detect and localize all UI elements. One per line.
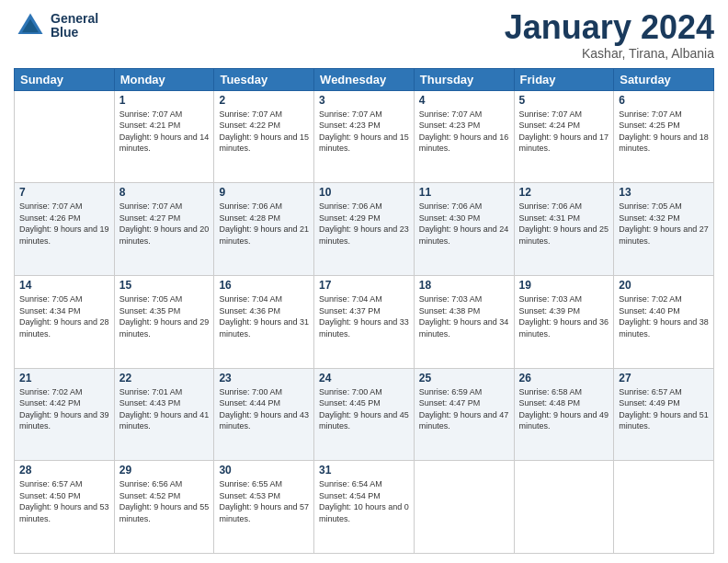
month-title: January 2024 bbox=[505, 9, 714, 46]
header: General Blue January 2024 Kashar, Tirana… bbox=[14, 9, 714, 61]
calendar-cell: 25Sunrise: 6:59 AMSunset: 4:47 PMDayligh… bbox=[414, 368, 514, 461]
calendar-cell: 13Sunrise: 7:05 AMSunset: 4:32 PMDayligh… bbox=[614, 183, 714, 276]
logo-line2: Blue bbox=[51, 26, 98, 40]
title-block: January 2024 Kashar, Tirana, Albania bbox=[505, 9, 714, 61]
calendar-cell: 11Sunrise: 7:06 AMSunset: 4:30 PMDayligh… bbox=[414, 183, 514, 276]
day-number: 7 bbox=[19, 186, 109, 199]
day-number: 10 bbox=[319, 186, 409, 199]
calendar-week-row: 21Sunrise: 7:02 AMSunset: 4:42 PMDayligh… bbox=[15, 368, 714, 461]
weekday-header-wednesday: Wednesday bbox=[314, 68, 415, 90]
calendar-cell: 22Sunrise: 7:01 AMSunset: 4:43 PMDayligh… bbox=[114, 368, 214, 461]
calendar-cell: 17Sunrise: 7:04 AMSunset: 4:37 PMDayligh… bbox=[314, 275, 415, 368]
day-number: 1 bbox=[119, 94, 210, 107]
day-info: Sunrise: 7:07 AMSunset: 4:22 PMDaylight:… bbox=[219, 109, 309, 155]
calendar-cell: 16Sunrise: 7:04 AMSunset: 4:36 PMDayligh… bbox=[214, 275, 314, 368]
day-info: Sunrise: 6:55 AMSunset: 4:53 PMDaylight:… bbox=[219, 478, 309, 524]
calendar-cell: 27Sunrise: 6:57 AMSunset: 4:49 PMDayligh… bbox=[614, 368, 714, 461]
calendar-cell: 28Sunrise: 6:57 AMSunset: 4:50 PMDayligh… bbox=[15, 461, 115, 554]
calendar-cell: 10Sunrise: 7:06 AMSunset: 4:29 PMDayligh… bbox=[314, 183, 415, 276]
day-info: Sunrise: 7:03 AMSunset: 4:39 PMDaylight:… bbox=[519, 293, 609, 339]
day-number: 27 bbox=[619, 372, 709, 385]
weekday-header-saturday: Saturday bbox=[614, 68, 714, 90]
day-number: 26 bbox=[519, 372, 609, 385]
logo-icon bbox=[14, 9, 47, 42]
day-info: Sunrise: 7:05 AMSunset: 4:34 PMDaylight:… bbox=[19, 293, 109, 339]
day-info: Sunrise: 7:03 AMSunset: 4:38 PMDaylight:… bbox=[419, 293, 509, 339]
day-number: 31 bbox=[319, 464, 409, 477]
calendar-cell: 29Sunrise: 6:56 AMSunset: 4:52 PMDayligh… bbox=[114, 461, 214, 554]
day-number: 2 bbox=[219, 94, 309, 107]
day-info: Sunrise: 7:01 AMSunset: 4:43 PMDaylight:… bbox=[119, 386, 210, 432]
day-info: Sunrise: 7:07 AMSunset: 4:23 PMDaylight:… bbox=[319, 109, 409, 155]
day-number: 14 bbox=[19, 279, 109, 292]
weekday-header-sunday: Sunday bbox=[15, 68, 115, 90]
day-info: Sunrise: 7:07 AMSunset: 4:26 PMDaylight:… bbox=[19, 201, 109, 247]
day-number: 3 bbox=[319, 94, 409, 107]
day-info: Sunrise: 7:04 AMSunset: 4:36 PMDaylight:… bbox=[219, 293, 309, 339]
calendar-cell: 8Sunrise: 7:07 AMSunset: 4:27 PMDaylight… bbox=[114, 183, 214, 276]
calendar-cell: 2Sunrise: 7:07 AMSunset: 4:22 PMDaylight… bbox=[214, 90, 314, 183]
day-info: Sunrise: 7:07 AMSunset: 4:24 PMDaylight:… bbox=[519, 109, 609, 155]
day-number: 28 bbox=[19, 464, 109, 477]
calendar-week-row: 14Sunrise: 7:05 AMSunset: 4:34 PMDayligh… bbox=[15, 275, 714, 368]
day-info: Sunrise: 7:05 AMSunset: 4:35 PMDaylight:… bbox=[119, 293, 210, 339]
page: General Blue January 2024 Kashar, Tirana… bbox=[0, 0, 728, 563]
calendar-cell: 12Sunrise: 7:06 AMSunset: 4:31 PMDayligh… bbox=[514, 183, 614, 276]
day-info: Sunrise: 6:54 AMSunset: 4:54 PMDaylight:… bbox=[319, 478, 409, 524]
day-number: 30 bbox=[219, 464, 309, 477]
logo-line1: General bbox=[51, 12, 98, 26]
calendar-table: SundayMondayTuesdayWednesdayThursdayFrid… bbox=[14, 68, 714, 554]
day-info: Sunrise: 7:07 AMSunset: 4:23 PMDaylight:… bbox=[419, 109, 509, 155]
day-number: 23 bbox=[219, 372, 309, 385]
day-info: Sunrise: 7:06 AMSunset: 4:31 PMDaylight:… bbox=[519, 201, 609, 247]
calendar-cell bbox=[15, 90, 115, 183]
day-number: 4 bbox=[419, 94, 509, 107]
day-info: Sunrise: 7:07 AMSunset: 4:25 PMDaylight:… bbox=[619, 109, 709, 155]
day-info: Sunrise: 7:07 AMSunset: 4:27 PMDaylight:… bbox=[119, 201, 210, 247]
calendar-cell: 21Sunrise: 7:02 AMSunset: 4:42 PMDayligh… bbox=[15, 368, 115, 461]
day-number: 16 bbox=[219, 279, 309, 292]
calendar-cell: 9Sunrise: 7:06 AMSunset: 4:28 PMDaylight… bbox=[214, 183, 314, 276]
weekday-header-monday: Monday bbox=[114, 68, 214, 90]
calendar-cell: 18Sunrise: 7:03 AMSunset: 4:38 PMDayligh… bbox=[414, 275, 514, 368]
day-number: 25 bbox=[419, 372, 509, 385]
calendar-cell: 26Sunrise: 6:58 AMSunset: 4:48 PMDayligh… bbox=[514, 368, 614, 461]
calendar-cell: 24Sunrise: 7:00 AMSunset: 4:45 PMDayligh… bbox=[314, 368, 415, 461]
day-info: Sunrise: 7:07 AMSunset: 4:21 PMDaylight:… bbox=[119, 109, 210, 155]
calendar-cell: 19Sunrise: 7:03 AMSunset: 4:39 PMDayligh… bbox=[514, 275, 614, 368]
day-info: Sunrise: 7:04 AMSunset: 4:37 PMDaylight:… bbox=[319, 293, 409, 339]
day-info: Sunrise: 7:00 AMSunset: 4:44 PMDaylight:… bbox=[219, 386, 309, 432]
calendar-cell: 23Sunrise: 7:00 AMSunset: 4:44 PMDayligh… bbox=[214, 368, 314, 461]
calendar-cell: 15Sunrise: 7:05 AMSunset: 4:35 PMDayligh… bbox=[114, 275, 214, 368]
day-number: 13 bbox=[619, 186, 709, 199]
day-number: 19 bbox=[519, 279, 609, 292]
day-number: 17 bbox=[319, 279, 409, 292]
day-number: 24 bbox=[319, 372, 409, 385]
calendar-cell bbox=[514, 461, 614, 554]
calendar-cell: 3Sunrise: 7:07 AMSunset: 4:23 PMDaylight… bbox=[314, 90, 415, 183]
day-number: 18 bbox=[419, 279, 509, 292]
day-info: Sunrise: 7:06 AMSunset: 4:30 PMDaylight:… bbox=[419, 201, 509, 247]
day-info: Sunrise: 7:05 AMSunset: 4:32 PMDaylight:… bbox=[619, 201, 709, 247]
weekday-header-tuesday: Tuesday bbox=[214, 68, 314, 90]
weekday-header-row: SundayMondayTuesdayWednesdayThursdayFrid… bbox=[15, 68, 714, 90]
day-number: 11 bbox=[419, 186, 509, 199]
day-info: Sunrise: 7:02 AMSunset: 4:40 PMDaylight:… bbox=[619, 293, 709, 339]
day-info: Sunrise: 6:58 AMSunset: 4:48 PMDaylight:… bbox=[519, 386, 609, 432]
day-number: 8 bbox=[119, 186, 210, 199]
day-number: 5 bbox=[519, 94, 609, 107]
day-info: Sunrise: 7:06 AMSunset: 4:29 PMDaylight:… bbox=[319, 201, 409, 247]
day-info: Sunrise: 6:56 AMSunset: 4:52 PMDaylight:… bbox=[119, 478, 210, 524]
calendar-cell: 20Sunrise: 7:02 AMSunset: 4:40 PMDayligh… bbox=[614, 275, 714, 368]
calendar-week-row: 28Sunrise: 6:57 AMSunset: 4:50 PMDayligh… bbox=[15, 461, 714, 554]
day-info: Sunrise: 7:00 AMSunset: 4:45 PMDaylight:… bbox=[319, 386, 409, 432]
calendar-week-row: 7Sunrise: 7:07 AMSunset: 4:26 PMDaylight… bbox=[15, 183, 714, 276]
day-number: 12 bbox=[519, 186, 609, 199]
weekday-header-friday: Friday bbox=[514, 68, 614, 90]
logo: General Blue bbox=[14, 9, 98, 42]
day-number: 9 bbox=[219, 186, 309, 199]
day-number: 15 bbox=[119, 279, 210, 292]
day-number: 29 bbox=[119, 464, 210, 477]
day-info: Sunrise: 6:57 AMSunset: 4:49 PMDaylight:… bbox=[619, 386, 709, 432]
day-number: 22 bbox=[119, 372, 210, 385]
